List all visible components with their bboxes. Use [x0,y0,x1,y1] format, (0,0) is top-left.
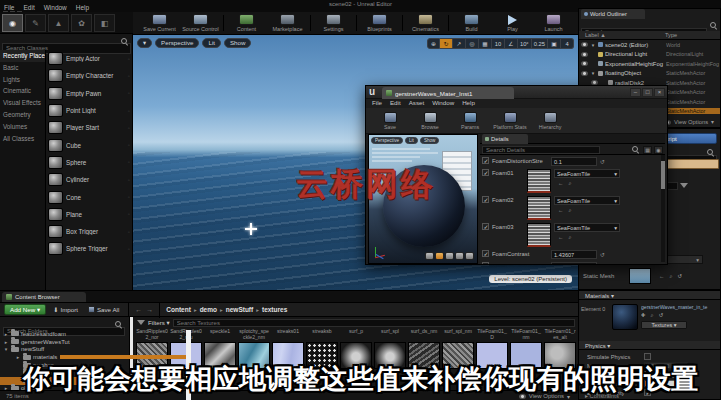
browse-icon[interactable]: ⌕ [569,207,572,214]
breadcrumb-demo[interactable]: demo [200,306,217,313]
selection-gizmo[interactable] [245,223,257,235]
static-mesh-thumbnail[interactable] [629,268,651,284]
landscape-mode-icon[interactable]: ▲ [48,14,69,32]
marketplace-button[interactable]: Marketplace [267,13,308,34]
params-button[interactable]: Params [450,112,490,130]
drag-handle-icon[interactable]: ◦ [128,108,130,114]
place-actor-item[interactable]: Empty Character◦ [46,67,132,84]
blueprints-button[interactable]: Blueprints [359,13,400,34]
outliner-row[interactable]: ▾floatingObjectStaticMeshActor [579,69,720,79]
add-new-button[interactable]: Add New▾ [4,304,46,315]
place-mode-icon[interactable]: ◉ [2,14,23,32]
reset-icon[interactable]: ↺ [659,312,664,319]
angle-snap-icon[interactable]: ∠ [505,38,518,49]
menu-file[interactable]: File [4,4,14,11]
settings-button[interactable]: Settings [313,13,354,34]
outliner-row[interactable]: ▾scene02 (Editor)World [579,40,720,50]
param-value-field[interactable]: 1.43607 [551,250,597,259]
param-checkbox[interactable] [482,157,489,164]
category-visual-effects[interactable]: Visual Effects [0,97,45,109]
cylinder-shape-button[interactable] [425,252,434,260]
sphere-shape-button[interactable] [435,252,444,260]
save-current-button[interactable]: Save Current [139,13,180,34]
drag-handle-icon[interactable]: ◦ [128,211,130,217]
param-value-field[interactable]: 0.1 [551,157,597,166]
scale-tool-icon[interactable]: ↗ [453,38,466,49]
outliner-row[interactable]: Directional LightDirectionalLight [579,50,720,60]
drag-handle-icon[interactable]: ◦ [128,177,130,183]
drag-handle-icon[interactable]: ◦ [128,73,130,79]
texture-select-dropdown[interactable]: SeaFoamTile▾ [554,196,620,205]
world-space-icon[interactable]: ◎ [466,38,479,49]
asset-action-icons[interactable]: ←⌕↺ [655,273,682,280]
type-column-header[interactable]: Type [665,32,677,38]
teapot-shape-button[interactable] [465,252,474,260]
use-selected-icon[interactable]: ← [558,207,564,214]
back-button[interactable]: ← [135,306,142,313]
menu-window[interactable]: Window [44,4,67,11]
texture-param-thumbnail[interactable] [527,223,551,247]
category-recently-placed[interactable]: Recently Placed [0,50,45,62]
visibility-eye-icon[interactable] [581,52,588,57]
visibility-eye-icon[interactable] [581,61,588,66]
scale-snap-value[interactable]: 0.25 [532,38,548,49]
folder-newstuff[interactable]: ▾newStuff [0,346,129,354]
build-button[interactable]: Build [451,13,492,34]
texture-select-dropdown[interactable]: SeaFoamTile▾ [554,169,620,178]
maximize-button[interactable]: □ [642,88,653,97]
material-thumbnail[interactable] [612,304,638,330]
grid-snap-icon[interactable]: ▦ [479,38,492,49]
label-column-header[interactable]: Label [585,32,599,38]
platform-stats-button[interactable]: Platform Stats [490,112,530,130]
filters-button[interactable]: Filters ▾ [148,319,170,326]
use-selected-icon[interactable]: ← [558,234,564,241]
view-options-icon[interactable]: ◉ [654,146,663,154]
menu-asset[interactable]: Asset [409,99,424,106]
category-volumes[interactable]: Volumes [0,121,45,133]
foliage-mode-icon[interactable]: ✿ [71,14,92,32]
outliner-view-options[interactable]: View Options▾ [664,119,714,125]
save-button[interactable]: Save [370,112,410,130]
simulate-physics-checkbox[interactable] [644,353,651,360]
breadcrumb-textures[interactable]: textures [262,306,287,313]
minimize-button[interactable]: – [630,88,641,97]
save-all-button[interactable]: Save All [85,304,122,315]
show-button[interactable]: Show [420,137,440,144]
place-actor-item[interactable]: Cube◦ [46,136,132,153]
play-button[interactable]: Play [492,13,533,34]
cube-shape-button[interactable] [455,252,464,260]
drag-handle-icon[interactable]: ◦ [128,125,130,131]
rotate-tool-icon[interactable]: ↻ [440,38,453,49]
move-tool-icon[interactable]: ⊕ [427,38,440,49]
menu-help[interactable]: Help [462,99,475,106]
category-filter-icon[interactable]: ▦ [643,146,652,154]
perspective-button[interactable]: Perspective [155,38,199,48]
show-button[interactable]: Show [224,38,251,48]
lit-mode-button[interactable]: Lit [202,38,221,48]
place-actor-item[interactable]: Box Trigger◦ [46,223,132,240]
tab-content-browser[interactable]: Content Browser [2,292,86,302]
drag-handle-icon[interactable]: ◦ [128,56,130,62]
category-lights[interactable]: Lights [0,74,45,86]
menu-help[interactable]: Help [76,4,89,11]
outliner-row[interactable]: ExponentialHeightFogExponentialHeightFog [579,59,720,69]
paint-mode-icon[interactable]: ✎ [25,14,46,32]
param-checkbox[interactable] [482,262,489,265]
browse-button[interactable]: Browse [410,112,450,130]
reset-icon[interactable]: ↺ [678,273,683,280]
cinematics-button[interactable]: Cinematics [405,13,446,34]
grid-snap-value[interactable]: 10 [492,38,505,49]
visibility-eye-icon[interactable] [581,42,588,47]
texture-param-thumbnail[interactable] [527,169,551,193]
drag-handle-icon[interactable]: ◦ [128,229,130,235]
scrollbar-thumb[interactable] [661,161,665,189]
tab-world-outliner[interactable]: World Outliner [581,9,645,19]
folder-gerstnerwavestut[interactable]: ▸gerstnerWavesTut [0,338,129,346]
category-basic[interactable]: Basic [0,62,45,74]
texture-select-dropdown[interactable]: SeaFoamTile▾ [554,223,620,232]
materials-section-header[interactable]: Materials ▾ [579,291,720,300]
menu-window[interactable]: Window [432,99,454,106]
reset-icon[interactable]: ↺ [600,157,605,165]
category-geometry[interactable]: Geometry [0,109,45,121]
search-details-input[interactable] [482,146,600,154]
